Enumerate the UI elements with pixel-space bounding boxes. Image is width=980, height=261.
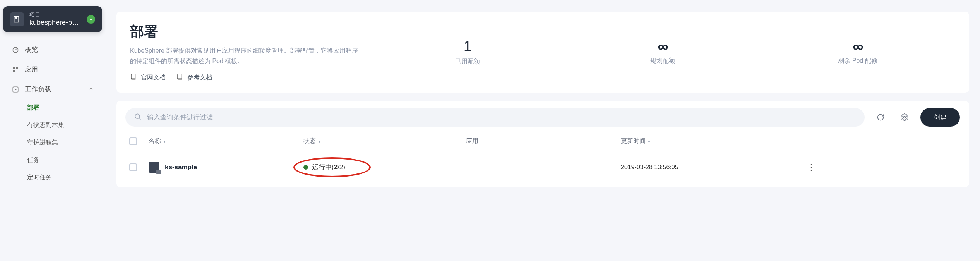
column-name[interactable]: 名称 ▾	[149, 137, 303, 145]
infinity-icon: ∞	[658, 39, 667, 54]
svg-point-10	[904, 117, 906, 118]
project-selector[interactable]: 项目 kubesphere-prod(...	[3, 6, 102, 32]
column-app: 应用	[466, 137, 621, 145]
book-icon	[176, 73, 183, 82]
resource-name[interactable]: ks-sample	[165, 163, 197, 171]
sort-icon: ▾	[163, 139, 166, 144]
play-icon	[12, 86, 19, 93]
table: 名称 ▾ 状态 ▾ 应用 更新时间 ▾	[125, 130, 960, 182]
nav-sublist-workloads: 部署 有状态副本集 守护进程集 任务 定时任务	[5, 99, 101, 186]
sidebar-sub-deploy[interactable]: 部署	[25, 99, 101, 117]
sidebar-item-label: 应用	[25, 65, 38, 74]
sidebar-item-overview[interactable]: 概览	[5, 40, 101, 60]
book-icon	[130, 73, 137, 82]
search-wrap[interactable]	[125, 108, 865, 127]
svg-point-8	[135, 114, 140, 119]
page-title: 部署	[130, 22, 358, 41]
stat-value: 1	[464, 38, 471, 55]
sidebar-item-workloads[interactable]: 工作负载	[5, 79, 101, 99]
name-cell: ks-sample	[149, 162, 303, 173]
doc-link-label: 参考文档	[187, 74, 212, 82]
project-icon	[10, 12, 24, 26]
nav-list: 概览 应用 工作负载 部署 有状态副本集 守护进程集 任务 定时任务	[3, 40, 102, 186]
refresh-button[interactable]	[872, 109, 889, 125]
doc-link-label: 官网文档	[141, 74, 166, 82]
infinity-icon: ∞	[853, 39, 862, 54]
column-status[interactable]: 状态 ▾	[303, 137, 466, 145]
create-button[interactable]: 创建	[920, 108, 960, 127]
page-description: KubeSphere 部署提供对常见用户应用程序的细粒度管理。部署配置，它将应用…	[130, 45, 358, 66]
sidebar-sub-statefulset[interactable]: 有状态副本集	[25, 117, 101, 134]
chevron-up-icon	[88, 86, 94, 93]
gauge-icon	[12, 46, 19, 54]
sidebar-sub-cronjob[interactable]: 定时任务	[25, 169, 101, 186]
deployment-icon	[149, 162, 159, 173]
search-input[interactable]	[147, 113, 856, 121]
table-row[interactable]: ks-sample 运行中(2/2) 2019-03-28 13:56:05 ⋮	[125, 152, 960, 182]
table-card: 创建 名称 ▾ 状态 ▾ 应用 更新时间 ▾	[116, 101, 969, 187]
sidebar-item-label: 概览	[25, 45, 38, 54]
svg-marker-7	[15, 88, 17, 91]
table-header: 名称 ▾ 状态 ▾ 应用 更新时间 ▾	[125, 130, 960, 152]
project-text: 项目 kubesphere-prod(...	[29, 12, 81, 27]
project-name: kubesphere-prod(...	[29, 19, 81, 27]
status-ratio-current: 2	[334, 163, 338, 171]
sort-icon: ▾	[318, 139, 320, 144]
search-icon	[134, 113, 142, 122]
svg-rect-3	[13, 67, 15, 69]
status-dot-icon	[303, 165, 308, 170]
settings-button[interactable]	[896, 109, 913, 125]
row-menu-button[interactable]: ⋮	[805, 161, 817, 173]
stat-label: 已用配额	[455, 58, 480, 66]
sidebar: 项目 kubesphere-prod(... 概览 应用 工作负载	[0, 0, 105, 261]
updated-cell: 2019-03-28 13:56:05	[621, 164, 799, 171]
status-cell: 运行中(2/2)	[303, 163, 466, 172]
doc-link-reference[interactable]: 参考文档	[176, 73, 212, 82]
chevron-down-icon	[87, 15, 95, 24]
svg-rect-4	[16, 67, 18, 69]
project-label: 项目	[29, 12, 81, 19]
select-all-checkbox[interactable]	[129, 137, 137, 145]
svg-rect-0	[14, 16, 19, 22]
toolbar: 创建	[125, 108, 960, 127]
stat-label: 规划配额	[650, 57, 675, 65]
stat-remaining-pod-quota: ∞ 剩余 Pod 配额	[760, 22, 955, 82]
main: 部署 KubeSphere 部署提供对常见用户应用程序的细粒度管理。部署配置，它…	[105, 0, 980, 261]
status-ratio-total: /2	[338, 163, 343, 171]
header-card: 部署 KubeSphere 部署提供对常见用户应用程序的细粒度管理。部署配置，它…	[116, 12, 969, 93]
svg-rect-5	[13, 70, 15, 72]
column-updated[interactable]: 更新时间 ▾	[621, 137, 799, 145]
status-text: 运行中	[312, 163, 332, 171]
stats: 1 已用配额 ∞ 规划配额 ∞ 剩余 Pod 配额	[370, 22, 955, 82]
doc-links: 官网文档 参考文档	[130, 73, 358, 82]
svg-line-9	[139, 118, 141, 120]
sidebar-sub-job[interactable]: 任务	[25, 151, 101, 169]
row-checkbox[interactable]	[129, 163, 137, 171]
grid-icon	[12, 66, 19, 74]
sidebar-item-label: 工作负载	[25, 85, 51, 94]
sort-icon: ▾	[648, 139, 650, 144]
stat-plan-quota: ∞ 规划配额	[565, 22, 760, 82]
sidebar-item-apps[interactable]: 应用	[5, 60, 101, 79]
header-left: 部署 KubeSphere 部署提供对常见用户应用程序的细粒度管理。部署配置，它…	[130, 22, 370, 82]
sidebar-sub-daemonset[interactable]: 守护进程集	[25, 134, 101, 151]
stat-label: 剩余 Pod 配额	[838, 57, 877, 65]
svg-rect-1	[15, 17, 17, 19]
stat-used-quota: 1 已用配额	[370, 22, 565, 82]
doc-link-official[interactable]: 官网文档	[130, 73, 166, 82]
